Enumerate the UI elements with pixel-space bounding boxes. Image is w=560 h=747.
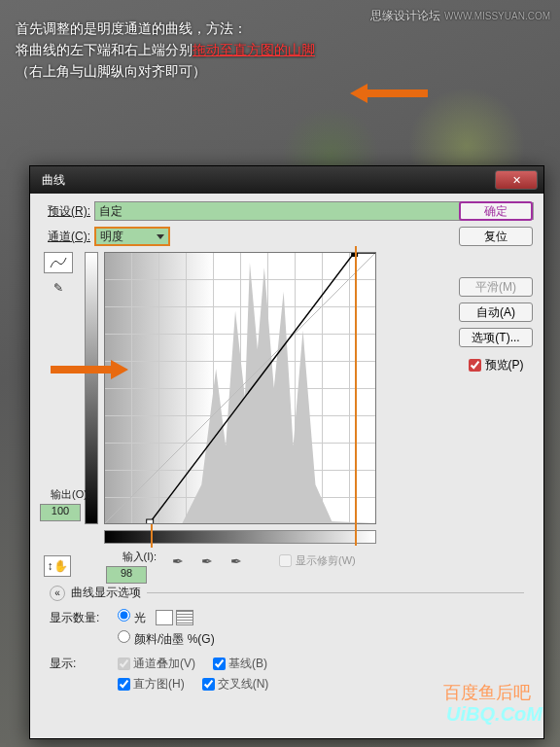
input-value[interactable]: 98: [106, 566, 147, 584]
pencil-icon: ✎: [53, 281, 63, 295]
highlight-marker: [151, 524, 153, 548]
radio-light[interactable]: 光: [118, 609, 146, 626]
close-button[interactable]: ✕: [495, 170, 538, 190]
reset-button[interactable]: 复位: [459, 227, 533, 246]
close-icon: ✕: [512, 174, 521, 187]
show-label: 显示:: [50, 656, 118, 672]
hand-icon: ↕✋: [48, 559, 68, 573]
grid-size-buttons[interactable]: [156, 610, 193, 625]
chevron-down-icon: [157, 234, 164, 239]
curve-line: [105, 253, 375, 523]
output-gradient: [85, 252, 98, 524]
preview-checkbox[interactable]: 预览(P): [469, 357, 524, 374]
cb-histogram[interactable]: 直方图(H): [118, 676, 185, 693]
radio-ink[interactable]: 颜料/油墨 %(G): [118, 630, 215, 648]
pencil-tool-button[interactable]: ✎: [44, 277, 73, 299]
cb-channel-overlay[interactable]: 通道叠加(V): [118, 656, 195, 672]
tutorial-text: 首先调整的是明度通道的曲线，方法： 将曲线的左下端和右上端分别拖动至直方图的山脚…: [16, 18, 315, 82]
hand-tool-button[interactable]: ↕✋: [44, 555, 71, 577]
output-field: 输出(O): 100: [40, 487, 98, 521]
highlight-marker: [355, 246, 357, 546]
input-gradient: [104, 530, 376, 544]
channel-dropdown[interactable]: 明度: [94, 227, 170, 246]
preset-label: 预设(R):: [40, 203, 94, 220]
curve-tool-button[interactable]: [44, 252, 73, 273]
svg-line-1: [105, 253, 375, 523]
channel-label: 通道(C):: [40, 229, 94, 245]
curves-dialog: 曲线 ✕ 预设(R): 自定 ≡ 通道(C): 明度 ✎: [29, 165, 544, 739]
cb-intersection[interactable]: 交叉线(N): [202, 676, 269, 693]
smooth-button[interactable]: 平滑(M): [459, 277, 533, 297]
ok-button[interactable]: 确定: [459, 201, 533, 221]
eyedropper-white-button[interactable]: ✒: [230, 553, 250, 569]
eyedropper-gray-button[interactable]: ✒: [201, 553, 221, 569]
titlebar[interactable]: 曲线 ✕: [30, 166, 543, 194]
watermark-url: UiBQ.CoM: [446, 703, 542, 726]
cb-baseline[interactable]: 基线(B): [213, 656, 267, 672]
eyedropper-black-button[interactable]: ✒: [172, 553, 192, 569]
options-button[interactable]: 选项(T)...: [459, 328, 533, 347]
output-value[interactable]: 100: [40, 504, 81, 521]
display-options-label: 曲线显示选项: [71, 585, 141, 601]
svg-rect-2: [147, 519, 154, 523]
show-clipping-checkbox[interactable]: 显示修剪(W): [279, 553, 356, 568]
collapse-button[interactable]: «: [50, 586, 65, 601]
curve-icon: [49, 256, 68, 269]
dialog-title: 曲线: [36, 172, 495, 189]
watermark-text: 百度鱼后吧: [443, 681, 531, 704]
input-field: 输入(I): 98: [106, 550, 164, 584]
auto-button[interactable]: 自动(A): [459, 302, 533, 322]
preset-dropdown[interactable]: 自定: [94, 201, 508, 221]
curve-graph[interactable]: [104, 252, 376, 524]
amount-label: 显示数量:: [50, 610, 118, 626]
brand-watermark: 思缘设计论坛WWW.MISSYUAN.COM: [370, 8, 550, 24]
